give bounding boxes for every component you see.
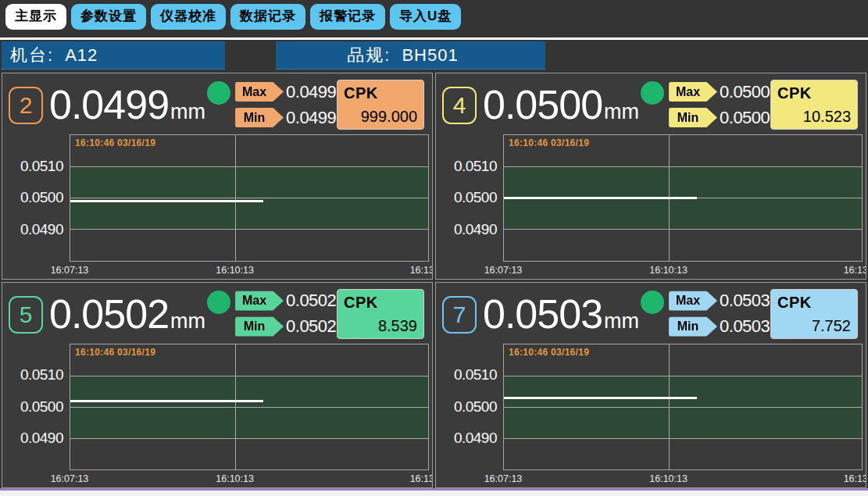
measurement-number: 0.0499 <box>49 84 169 125</box>
status-ok-indicator <box>207 291 230 314</box>
cpk-label: CPK <box>777 294 851 312</box>
plot-area: 16:10:46 03/16/19 <box>70 134 429 262</box>
x-tick: 16:13:13 <box>844 265 866 276</box>
x-tick: 16:07:13 <box>484 265 523 276</box>
x-tick: 16:07:13 <box>51 473 89 484</box>
panel-header: 5 0.0502mm Max 0.0502 Min 0.0502 CPK 8.5… <box>2 283 432 342</box>
y-tick: 0.0510 <box>454 366 497 384</box>
x-tick: 16:10:13 <box>216 265 254 276</box>
tab-parameter-settings[interactable]: 参数设置 <box>71 4 146 30</box>
measurement-unit: mm <box>604 100 639 124</box>
measurement-value: 0.0499mm <box>49 84 205 125</box>
trend-chart: 0.0510 0.0500 0.0490 16:10:46 03/16/19 1… <box>436 342 866 488</box>
measurement-number: 0.0503 <box>483 294 602 334</box>
y-tick: 0.0500 <box>20 189 63 206</box>
min-value: 0.0502 <box>286 316 336 337</box>
machine-value: A12 <box>65 45 98 66</box>
y-axis-labels: 0.0510 0.0500 0.0490 <box>2 134 70 262</box>
min-tag: Min <box>669 317 717 337</box>
cpk-value: 999.000 <box>344 108 417 126</box>
tab-import-usb[interactable]: 导入U盘 <box>390 4 461 30</box>
x-axis-labels: 16:07:13 16:10:13 16:13:13 <box>503 262 863 277</box>
cpk-value: 7.752 <box>777 317 851 335</box>
x-tick: 16:13:13 <box>844 473 866 484</box>
plot-area: 16:10:46 03/16/19 <box>70 344 429 471</box>
chart-timestamp: 16:10:46 03/16/19 <box>509 137 589 148</box>
y-axis-labels: 0.0510 0.0500 0.0490 <box>436 134 503 262</box>
gridline <box>70 376 428 376</box>
info-bar: 机台: A12 品规: BH501 <box>0 40 868 73</box>
y-tick: 0.0490 <box>454 221 497 238</box>
min-tag: Min <box>235 108 284 127</box>
y-tick: 0.0510 <box>20 158 63 175</box>
tab-data-record[interactable]: 数据记录 <box>230 4 305 30</box>
y-tick: 0.0500 <box>20 398 63 416</box>
trend-chart: 0.0510 0.0500 0.0490 16:10:46 03/16/19 1… <box>2 342 432 488</box>
measurement-unit: mm <box>170 309 205 334</box>
gridline <box>669 344 670 470</box>
trace-line <box>70 400 263 402</box>
tab-main-display[interactable]: 主显示 <box>5 4 66 30</box>
y-tick: 0.0490 <box>454 430 497 447</box>
x-tick: 16:13:13 <box>410 473 433 484</box>
min-tag: Min <box>669 108 717 127</box>
cpk-label: CPK <box>344 294 417 312</box>
gridline <box>70 166 428 167</box>
x-axis-labels: 16:07:13 16:10:13 16:13:13 <box>70 262 429 277</box>
cpk-value: 10.523 <box>777 108 851 126</box>
y-axis-labels: 0.0510 0.0500 0.0490 <box>2 344 70 471</box>
channel-panel-2: 2 0.0499mm Max 0.0499 Min 0.0499 CPK 999… <box>2 73 433 280</box>
tab-bar: 主显示 参数设置 仪器校准 数据记录 报警记录 导入U盘 <box>0 0 868 37</box>
tab-alarm-record[interactable]: 报警记录 <box>310 4 385 30</box>
gridline <box>70 407 428 408</box>
y-axis-labels: 0.0510 0.0500 0.0490 <box>436 344 503 471</box>
measurement-value: 0.0502mm <box>49 294 205 334</box>
y-tick: 0.0500 <box>454 189 497 206</box>
channel-panels-grid: 2 0.0499mm Max 0.0499 Min 0.0499 CPK 999… <box>0 73 868 488</box>
trend-chart: 0.0510 0.0500 0.0490 16:10:46 03/16/19 1… <box>2 133 432 279</box>
max-min-block: Max 0.0502 Min 0.0502 <box>235 291 336 337</box>
chart-timestamp: 16:10:46 03/16/19 <box>509 347 589 358</box>
max-value: 0.0502 <box>286 291 336 311</box>
max-tag: Max <box>669 82 717 102</box>
y-tick: 0.0500 <box>454 398 497 416</box>
x-tick: 16:07:13 <box>51 265 89 276</box>
max-value: 0.0500 <box>720 82 770 102</box>
x-tick: 16:10:13 <box>649 473 688 484</box>
x-tick: 16:10:13 <box>649 265 688 276</box>
product-value: BH501 <box>402 45 458 66</box>
gridline <box>504 376 862 376</box>
measurement-unit: mm <box>170 100 205 124</box>
x-axis-labels: 16:07:13 16:10:13 16:13:13 <box>503 470 863 486</box>
plot-area: 16:10:46 03/16/19 <box>503 344 863 471</box>
status-ok-indicator <box>641 291 664 314</box>
gridline <box>235 135 236 261</box>
min-tag: Min <box>235 317 284 337</box>
plot-area: 16:10:46 03/16/19 <box>503 134 863 262</box>
chart-timestamp: 16:10:46 03/16/19 <box>75 347 155 358</box>
product-label: 品规: <box>347 44 391 67</box>
bottom-edge-strip <box>0 491 868 496</box>
product-info-box: 品规: BH501 <box>276 41 545 70</box>
cpk-label: CPK <box>777 84 851 102</box>
status-ok-indicator <box>207 81 230 105</box>
cpk-box: CPK 7.752 <box>770 289 858 339</box>
trace-line <box>70 200 263 202</box>
min-value: 0.0499 <box>286 108 336 128</box>
gridline <box>70 229 428 230</box>
max-min-block: Max 0.0503 Min 0.0503 <box>669 291 770 337</box>
tab-instrument-calibration[interactable]: 仪器校准 <box>151 4 226 30</box>
x-axis-labels: 16:07:13 16:10:13 16:13:13 <box>70 470 429 486</box>
panel-header: 7 0.0503mm Max 0.0503 Min 0.0503 CPK 7.7… <box>436 283 866 342</box>
machine-label: 机台: <box>10 44 54 67</box>
trace-line <box>504 397 697 399</box>
cpk-box: CPK 10.523 <box>770 80 858 130</box>
channel-number: 5 <box>9 296 43 334</box>
min-value: 0.0500 <box>720 108 770 128</box>
gridline <box>504 407 862 408</box>
max-value: 0.0499 <box>286 82 336 102</box>
channel-panel-7: 7 0.0503mm Max 0.0503 Min 0.0503 CPK 7.7… <box>435 282 866 489</box>
measurement-number: 0.0502 <box>49 294 169 334</box>
measurement-unit: mm <box>604 309 639 334</box>
channel-number: 4 <box>442 87 477 124</box>
